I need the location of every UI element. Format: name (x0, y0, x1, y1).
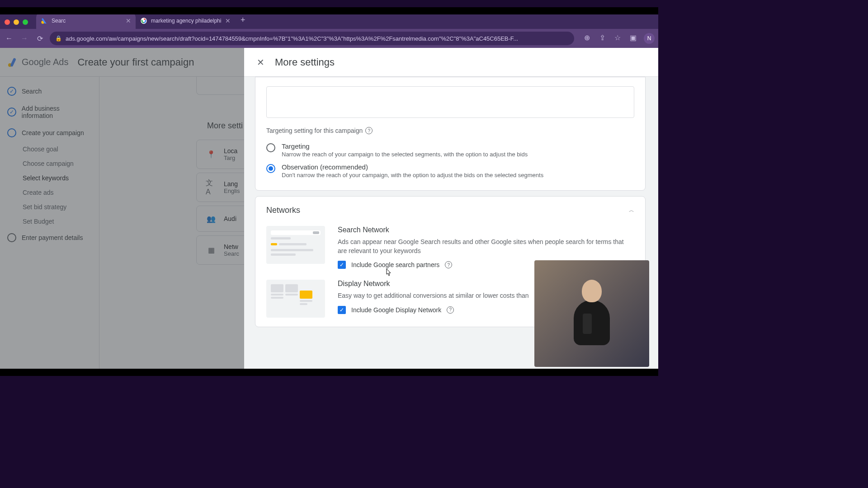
radio-targeting[interactable]: Targeting Narrow the reach of your campa… (266, 140, 634, 160)
browser-tab-active[interactable]: Searc ✕ (36, 13, 136, 29)
checkbox-icon: ✓ (338, 306, 346, 314)
radio-desc: Don't narrow the reach of your campaign,… (282, 172, 634, 178)
panel-title: More settings (275, 56, 335, 68)
webcam-overlay (534, 260, 649, 367)
bookmark-icon[interactable]: ☆ (613, 33, 622, 42)
modal-overlay[interactable] (0, 48, 244, 376)
panel-header: ✕ More settings (244, 48, 658, 77)
address-bar[interactable]: 🔒 ads.google.com/aw/campaigns/new/search… (50, 32, 574, 45)
translate-icon[interactable]: ⊕ (582, 33, 591, 42)
search-network-thumb-icon (266, 226, 325, 264)
lock-icon: 🔒 (55, 35, 62, 42)
radio-observation[interactable]: Observation (recommended) Don't narrow t… (266, 160, 634, 181)
close-window-button[interactable] (5, 19, 10, 25)
help-icon[interactable]: ? (447, 306, 454, 314)
tab-close-icon[interactable]: ✕ (126, 17, 131, 24)
section-title: Networks (266, 206, 300, 215)
url-bar: ← → ⟳ 🔒 ads.google.com/aw/campaigns/new/… (0, 29, 658, 48)
reload-button[interactable]: ⟳ (34, 33, 45, 44)
radio-desc: Narrow the reach of your campaign to the… (282, 151, 634, 158)
checkbox-label: Include Google Display Network (351, 306, 441, 314)
forward-button[interactable]: → (19, 33, 30, 44)
window-controls (5, 19, 28, 25)
audience-search-box[interactable] (266, 86, 634, 118)
checkbox-label: Include Google search partners (351, 261, 439, 268)
targeting-card: Targeting setting for this campaign ? Ta… (255, 77, 646, 191)
new-tab-button[interactable]: + (241, 15, 245, 25)
radio-label: Observation (recommended) (282, 163, 634, 171)
svg-point-2 (142, 19, 145, 22)
help-icon[interactable]: ? (445, 261, 452, 268)
back-button[interactable]: ← (4, 33, 14, 44)
google-ads-favicon-icon (41, 17, 48, 24)
google-favicon-icon (140, 17, 147, 24)
browser-tab[interactable]: marketing agency philadelphi ✕ (136, 13, 235, 29)
close-panel-button[interactable]: ✕ (255, 57, 266, 68)
display-network-thumb-icon (266, 280, 325, 318)
share-icon[interactable]: ⇪ (598, 33, 607, 42)
radio-label: Targeting (282, 142, 634, 150)
network-desc: Ads can appear near Google Search result… (338, 238, 634, 255)
networks-section-toggle[interactable]: Networks ︿ (266, 206, 634, 215)
chevron-up-icon: ︿ (629, 206, 634, 214)
radio-icon (266, 164, 275, 173)
profile-avatar[interactable]: N (644, 33, 655, 44)
network-title: Search Network (338, 226, 634, 234)
url-text: ads.google.com/aw/campaigns/new/search/d… (66, 35, 518, 42)
tab-close-icon[interactable]: ✕ (225, 17, 231, 24)
help-icon[interactable]: ? (365, 127, 373, 134)
radio-icon (266, 143, 275, 152)
side-panel-icon[interactable]: ▣ (628, 33, 637, 42)
minimize-window-button[interactable] (14, 19, 19, 25)
tab-title: Searc (52, 18, 122, 24)
checkbox-icon: ✓ (338, 261, 346, 269)
maximize-window-button[interactable] (23, 19, 28, 25)
tab-title: marketing agency philadelphi (151, 18, 222, 24)
targeting-heading: Targeting setting for this campaign ? (266, 127, 634, 134)
